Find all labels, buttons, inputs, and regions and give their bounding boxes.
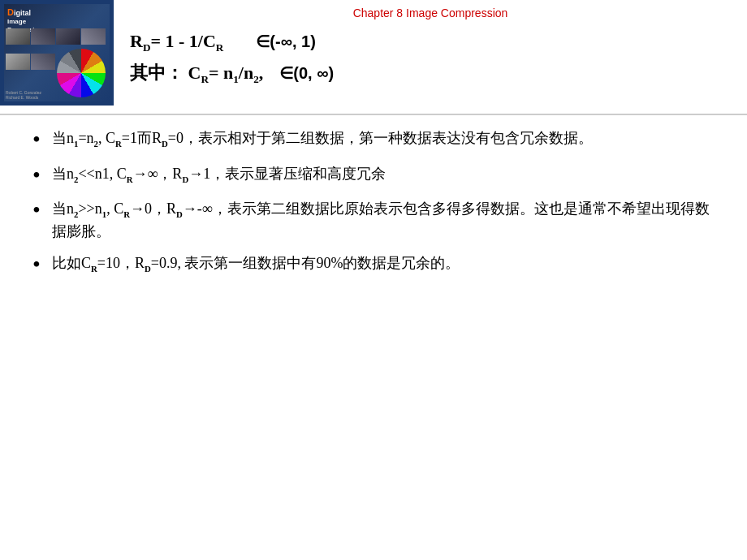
chapter-title: Chapter 8 Image Compression (114, 6, 747, 19)
bullet-dot-3: • (32, 196, 52, 224)
bullet-text-4: 比如CR=10，RD=0.9, 表示第一组数据中有90%的数据是冗余的。 (52, 252, 723, 275)
formula-line-2: 其中： CR= n1/n2, ∈(0, ∞) (130, 61, 731, 86)
bullet-item-2: • 当n2<<n1, CR→∞，RD→1，表示显著压缩和高度冗余 (32, 163, 723, 189)
bullet-text-2: 当n2<<n1, CR→∞，RD→1，表示显著压缩和高度冗余 (52, 163, 723, 186)
book-cover-image: Digital ImageProcessing Robert C. Gonzal… (4, 4, 110, 101)
bullet-text-1: 当n1=n2, CR=1而RD=0，表示相对于第二组数据，第一种数据表达没有包含… (52, 127, 723, 150)
formula2-range: ∈(0, ∞) (279, 63, 334, 83)
header-formula-area: Chapter 8 Image Compression RD= 1 - 1/CR… (114, 0, 747, 91)
slide: Digital ImageProcessing Robert C. Gonzal… (0, 0, 747, 560)
bullet-dot-1: • (32, 126, 52, 153)
bullet-text-3: 当n2>>n1, CR→0，RD→-∞，表示第二组数据比原始表示包含多得多得数据… (52, 198, 723, 243)
formula2-expression: 其中： CR= n1/n2, (130, 61, 263, 86)
bullet-item-4: • 比如CR=10，RD=0.9, 表示第一组数据中有90%的数据是冗余的。 (32, 252, 723, 278)
bullet-dot-2: • (32, 162, 52, 189)
formula-block: RD= 1 - 1/CR ∈(-∞, 1) 其中： CR= n1/n2, ∈(0… (130, 31, 731, 87)
formula-line-1: RD= 1 - 1/CR ∈(-∞, 1) (130, 31, 731, 54)
formula1-range: ∈(-∞, 1) (256, 32, 315, 51)
content-area: • 当n1=n2, CR=1而RD=0，表示相对于第二组数据，第一种数据表达没有… (0, 115, 747, 560)
bullet-item-3: • 当n2>>n1, CR→0，RD→-∞，表示第二组数据比原始表示包含多得多得… (32, 198, 723, 243)
logo-area: Digital ImageProcessing Robert C. Gonzal… (0, 0, 114, 106)
bullet-dot-4: • (32, 251, 52, 278)
formula1-expression: RD= 1 - 1/CR (130, 31, 223, 54)
bullet-item-1: • 当n1=n2, CR=1而RD=0，表示相对于第二组数据，第一种数据表达没有… (32, 127, 723, 153)
header: Digital ImageProcessing Robert C. Gonzal… (0, 0, 747, 115)
